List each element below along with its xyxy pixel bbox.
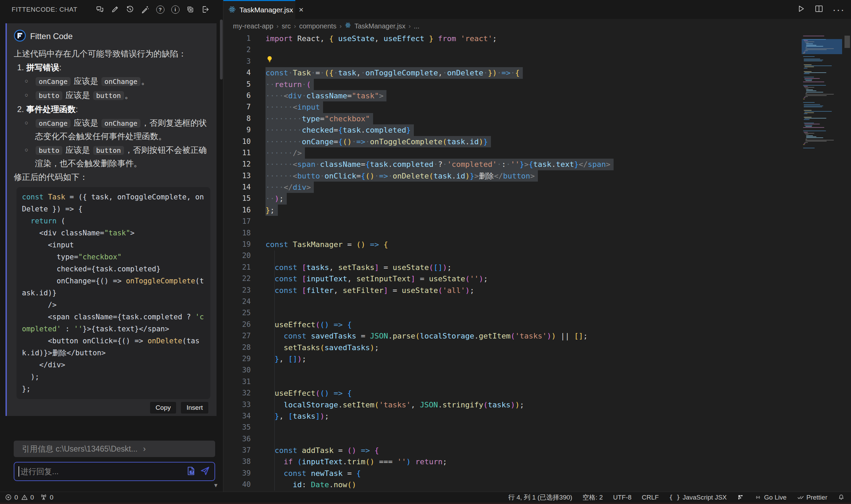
line-number[interactable]: 11 xyxy=(223,147,251,159)
code-line[interactable]: 29 }, []); xyxy=(223,353,851,365)
line-number[interactable]: 31 xyxy=(223,376,251,388)
line-number[interactable]: 17 xyxy=(223,216,251,227)
line-number[interactable]: 19 xyxy=(223,239,251,250)
code-line[interactable]: 11······/> xyxy=(223,147,851,159)
line-number[interactable]: 36 xyxy=(223,433,251,445)
code-line[interactable]: 5··return·( xyxy=(223,79,851,90)
tab-taskmanager[interactable]: TaskManager.jsx ✕ xyxy=(223,0,295,19)
chat-input[interactable] xyxy=(19,467,186,476)
minimap[interactable] xyxy=(803,36,841,159)
ports-forwarded[interactable]: 0 xyxy=(40,494,53,501)
breadcrumb-item[interactable]: src xyxy=(282,22,291,30)
line-number[interactable]: 8 xyxy=(223,113,251,124)
code-line[interactable]: 8········type="checkbox" xyxy=(223,113,851,124)
line-number[interactable]: 18 xyxy=(223,228,251,239)
code-line[interactable]: 7······<input xyxy=(223,101,851,113)
code-line[interactable]: 23 const [filter, setFilter] = useState(… xyxy=(223,285,851,296)
line-number[interactable]: 22 xyxy=(223,273,251,284)
line-number[interactable]: 38 xyxy=(223,456,251,467)
code-line[interactable]: 35 xyxy=(223,422,851,433)
code-line[interactable]: 39 const newTask = { xyxy=(223,468,851,479)
line-number[interactable]: 5 xyxy=(223,79,251,90)
line-number[interactable]: 40 xyxy=(223,479,251,490)
code-line[interactable]: 12······<span·className={task.completed·… xyxy=(223,159,851,170)
code-line[interactable]: 25 xyxy=(223,307,851,319)
split-editor-icon[interactable] xyxy=(814,4,824,15)
code-line[interactable]: 20 xyxy=(223,250,851,261)
code-line[interactable]: 15··); xyxy=(223,193,851,204)
cursor-position[interactable]: 行 4, 列 1 (已选择390) xyxy=(508,493,572,502)
line-number[interactable]: 9 xyxy=(223,124,251,136)
send-icon[interactable] xyxy=(200,466,210,478)
line-number[interactable]: 14 xyxy=(223,182,251,193)
line-number[interactable]: 2 xyxy=(223,44,251,56)
line-number[interactable]: 21 xyxy=(223,262,251,273)
code-line[interactable]: 30 xyxy=(223,365,851,376)
line-number[interactable]: 3 xyxy=(223,56,251,67)
attach-image-icon[interactable] xyxy=(186,466,196,478)
code-line[interactable]: 38 if (inputText.trim() === '') return; xyxy=(223,456,851,467)
info-icon[interactable]: i xyxy=(171,5,180,14)
prettier-status[interactable]: Prettier xyxy=(797,494,827,501)
line-number[interactable]: 10 xyxy=(223,136,251,147)
code-line[interactable]: 31 xyxy=(223,376,851,388)
code-line[interactable]: 40 id: Date.now() xyxy=(223,479,851,490)
code-line[interactable]: 6····<div·className="task"> xyxy=(223,90,851,101)
code-editor[interactable]: 1import React, { useState, useEffect } f… xyxy=(223,33,851,492)
language-mode[interactable]: { } JavaScript JSX xyxy=(669,494,727,501)
chat-scrollbar[interactable] xyxy=(220,20,223,79)
breadcrumb-item[interactable]: TaskManager.jsx xyxy=(354,22,405,30)
clear-chat-icon[interactable] xyxy=(186,5,195,14)
code-line[interactable]: 18 xyxy=(223,228,851,239)
breadcrumb-item[interactable]: ... xyxy=(414,22,420,30)
code-line[interactable]: 16}; xyxy=(223,205,851,216)
code-line[interactable]: 19const TaskManager = () => { xyxy=(223,239,851,250)
comment-icon[interactable] xyxy=(95,5,104,14)
code-line[interactable]: 10········onCange={()·=>·onToggleComplet… xyxy=(223,136,851,147)
edit-icon[interactable] xyxy=(110,5,120,14)
line-number[interactable]: 29 xyxy=(223,353,251,365)
go-live[interactable]: Go Live xyxy=(754,494,786,501)
line-number[interactable]: 20 xyxy=(223,250,251,261)
reference-info-bar[interactable]: 引用信息 c:\Users\13465\Deskt... › xyxy=(14,441,215,457)
line-number[interactable]: 23 xyxy=(223,285,251,296)
code-line[interactable]: 36 xyxy=(223,433,851,445)
line-number[interactable]: 32 xyxy=(223,388,251,399)
code-line[interactable]: 33 localStorage.setItem('tasks', JSON.st… xyxy=(223,399,851,410)
insert-button[interactable]: Insert xyxy=(181,402,208,414)
end-of-line[interactable]: CRLF xyxy=(642,494,659,501)
line-number[interactable]: 30 xyxy=(223,365,251,376)
code-line[interactable]: 9········checked={task.completed} xyxy=(223,124,851,136)
editor-scrollbar[interactable] xyxy=(844,36,850,48)
line-number[interactable]: 35 xyxy=(223,422,251,433)
line-number[interactable]: 1 xyxy=(223,33,251,44)
line-number[interactable]: 37 xyxy=(223,445,251,456)
more-actions-icon[interactable]: ··· xyxy=(832,6,845,13)
line-number[interactable]: 24 xyxy=(223,296,251,307)
notifications[interactable] xyxy=(838,494,845,501)
code-line[interactable]: 21 const [tasks, setTasks] = useState([]… xyxy=(223,262,851,273)
close-icon[interactable]: ✕ xyxy=(298,6,304,14)
line-number[interactable]: 7 xyxy=(223,101,251,113)
code-line[interactable]: 22 const [inputText, setInputText] = use… xyxy=(223,273,851,284)
code-line[interactable]: 28 setTasks(savedTasks); xyxy=(223,342,851,353)
breadcrumb-item[interactable]: components xyxy=(299,22,336,30)
line-number[interactable]: 33 xyxy=(223,399,251,410)
line-number[interactable]: 4 xyxy=(223,67,251,78)
code-line[interactable]: 17 xyxy=(223,216,851,227)
run-icon[interactable] xyxy=(796,4,805,15)
code-line[interactable]: 14····</div> xyxy=(223,182,851,193)
code-line[interactable]: 2 xyxy=(223,44,851,56)
line-number[interactable]: 6 xyxy=(223,90,251,101)
encoding[interactable]: UTF-8 xyxy=(613,494,631,501)
fitten-status[interactable] xyxy=(737,494,744,501)
help-icon[interactable]: ? xyxy=(156,5,165,14)
indentation[interactable]: 空格: 2 xyxy=(582,493,603,502)
line-number[interactable]: 39 xyxy=(223,468,251,479)
line-number[interactable]: 28 xyxy=(223,342,251,353)
line-number[interactable]: 15 xyxy=(223,193,251,204)
line-number[interactable]: 26 xyxy=(223,319,251,330)
code-line[interactable]: 4const·Task·=·({·task,·onToggleComplete,… xyxy=(223,67,851,78)
problems-warnings[interactable]: 0 xyxy=(21,494,34,501)
line-number[interactable]: 13 xyxy=(223,170,251,182)
